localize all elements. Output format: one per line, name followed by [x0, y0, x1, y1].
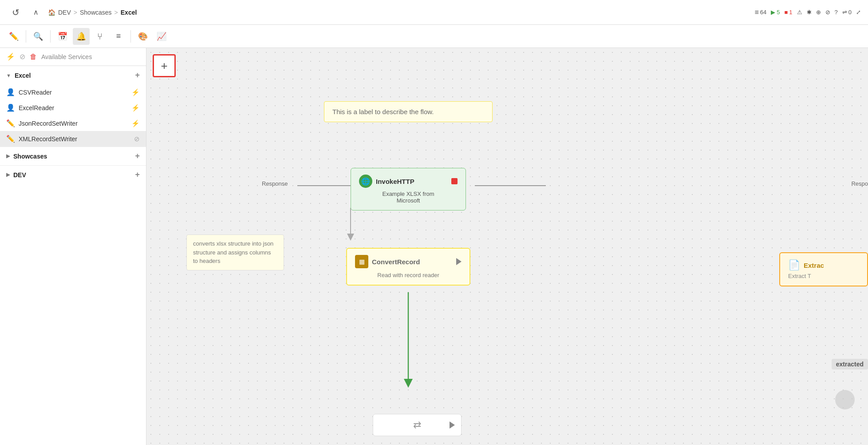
circle-icon: ⊕: [816, 9, 821, 16]
xmlwriter-icon: ✏️: [6, 135, 15, 143]
csvreader-badge-icon: ⚡: [131, 88, 140, 96]
play-count: 5: [777, 9, 780, 16]
lightning-icon[interactable]: ⚡: [6, 52, 15, 61]
sidebar-title: Available Services: [41, 53, 140, 60]
breadcrumb: 🏠 DEV > Showcases > Excel: [48, 9, 137, 16]
layers-icon: ≡: [754, 8, 758, 16]
chart-button[interactable]: 📈: [153, 28, 170, 45]
breadcrumb-sep2: >: [114, 9, 118, 16]
next-node-hint[interactable]: ⇄: [373, 414, 462, 436]
group-showcases[interactable]: ▶ Showcases +: [0, 147, 146, 165]
top-bar: ↺ ∧ 🏠 DEV > Showcases > Excel ≡ 64 ▶ 5 ■…: [0, 0, 868, 25]
sidebar: ⚡ ⊘ 🗑 Available Services ▼ Excel + 👤 CSV…: [0, 48, 146, 445]
excel-chevron-icon: ▼: [6, 73, 11, 78]
sidebar-header: ⚡ ⊘ 🗑 Available Services: [0, 48, 146, 66]
question-icon: ⊘: [825, 9, 830, 16]
flow-label-node: This is a label to describe the flow.: [324, 101, 493, 122]
extracted-badge: extracted: [832, 359, 868, 370]
delete-icon[interactable]: 🗑: [30, 53, 37, 61]
excelreader-icon: 👤: [6, 103, 15, 112]
extract-text-node[interactable]: 📄 Extrac Extract T: [779, 252, 868, 286]
convert-record-title: ConvertRecord: [372, 258, 420, 266]
dev-add-icon[interactable]: +: [135, 170, 140, 179]
csvreader-icon: 👤: [6, 88, 15, 96]
plus-icon: +: [161, 59, 167, 73]
list-item-csvreader[interactable]: 👤 CSVReader ⚡: [0, 84, 146, 100]
next-play-icon: [450, 421, 455, 429]
breadcrumb-current: Excel: [121, 9, 137, 16]
search-button[interactable]: 🔍: [30, 28, 47, 45]
play-triangle-icon: [456, 258, 462, 265]
edit-button[interactable]: ✏️: [5, 28, 22, 45]
showcases-group-label: Showcases: [13, 153, 131, 160]
respo-label: Respo: [851, 180, 868, 187]
nav-up-button[interactable]: ∧: [28, 4, 44, 21]
git-button[interactable]: ⑂: [91, 28, 108, 45]
invoke-http-subtitle: Example XLSX fromMicrosoft: [382, 191, 434, 204]
filter-badge: ⇌ 0: [842, 9, 852, 16]
list-item-excelreader[interactable]: 👤 ExcelReader ⚡: [0, 100, 146, 115]
stop-badge: ■ 1: [784, 9, 792, 16]
filter-count: 0: [848, 9, 852, 16]
expand-icon: ⤢: [856, 9, 861, 16]
palette-button[interactable]: 🎨: [134, 28, 151, 45]
group-excel[interactable]: ▼ Excel +: [0, 66, 146, 84]
convert-record-node[interactable]: ▦ ConvertRecord Read with record reader: [346, 248, 470, 286]
breadcrumb-showcases[interactable]: Showcases: [80, 9, 112, 16]
stop-count: 1: [789, 9, 792, 16]
excelreader-badge-icon: ⚡: [131, 104, 140, 112]
extracted-text: extracted: [836, 361, 864, 368]
warning-icon: ⚠: [797, 9, 802, 16]
help-icon: ?: [835, 9, 838, 16]
toolbar-divider-2: [50, 30, 51, 43]
stop-icon: ■: [784, 9, 788, 16]
showcases-add-icon[interactable]: +: [135, 151, 140, 161]
jsonwriter-icon: ✏️: [6, 119, 15, 127]
breadcrumb-home-icon: 🏠: [48, 9, 55, 16]
layers-button[interactable]: ≡: [110, 28, 127, 45]
filter-icon: ⇌: [842, 9, 847, 16]
xmlwriter-label: XMLRecordSetWriter: [19, 135, 130, 143]
annotation-box: converts xlsx structure into json struct…: [186, 234, 284, 270]
group-dev[interactable]: ▶ DEV +: [0, 165, 146, 184]
globe-icon: 🌐: [359, 175, 372, 188]
invoke-http-title: InvokeHTTP: [376, 178, 414, 185]
scroll-indicator[interactable]: [835, 390, 855, 409]
invoke-http-header: 🌐 InvokeHTTP: [359, 175, 458, 188]
calendar-button[interactable]: 📅: [54, 28, 71, 45]
jsonwriter-label: JsonRecordSetWriter: [19, 120, 128, 127]
refresh-button[interactable]: ↺: [7, 4, 24, 21]
toolbar-divider-3: [130, 30, 131, 43]
play-icon: ▶: [771, 9, 775, 16]
csvreader-label: CSVReader: [19, 89, 128, 96]
layers-badge: ≡ 64: [754, 8, 766, 16]
excel-add-icon[interactable]: +: [135, 71, 140, 80]
response-label: Response: [262, 180, 288, 187]
annotation-text: converts xlsx structure into json struct…: [193, 240, 273, 264]
services-button[interactable]: 🔔: [73, 28, 90, 45]
block-icon[interactable]: ⊘: [20, 52, 25, 61]
extract-doc-icon: 📄: [788, 259, 800, 271]
list-item-jsonrecordsetwriter[interactable]: ✏️ JsonRecordSetWriter ⚡: [0, 115, 146, 131]
excelreader-label: ExcelReader: [19, 104, 128, 111]
dev-chevron-icon: ▶: [6, 172, 10, 178]
stop-red-icon: [451, 178, 458, 184]
list-item-xmlrecordsetwriter[interactable]: ✏️ XMLRecordSetWriter ⊘: [0, 131, 146, 147]
extract-subtitle: Extract T: [788, 273, 859, 279]
invoke-http-node[interactable]: 🌐 InvokeHTTP Example XLSX fromMicrosoft: [351, 168, 466, 211]
canvas[interactable]: + This is a label to describe the: [146, 48, 868, 445]
toolbar-divider-1: [26, 30, 26, 43]
flow-label-text: This is a label to describe the flow.: [332, 108, 434, 115]
toolbar: ✏️ 🔍 📅 🔔 ⑂ ≡ 🎨 📈: [0, 25, 868, 48]
play-badge: ▶ 5: [771, 9, 780, 16]
grid-icon: ▦: [355, 255, 368, 268]
add-service-button[interactable]: +: [153, 54, 176, 77]
convert-record-header: ▦ ConvertRecord: [355, 255, 462, 268]
breadcrumb-sep1: >: [74, 9, 77, 16]
convert-record-subtitle: Read with record reader: [355, 272, 462, 278]
extract-title: Extrac: [804, 262, 824, 269]
main-layout: ⚡ ⊘ 🗑 Available Services ▼ Excel + 👤 CSV…: [0, 48, 868, 445]
top-bar-left: ↺ ∧ 🏠 DEV > Showcases > Excel: [7, 4, 754, 21]
breadcrumb-dev[interactable]: DEV: [58, 9, 71, 16]
xmlwriter-badge-icon: ⊘: [134, 135, 140, 143]
